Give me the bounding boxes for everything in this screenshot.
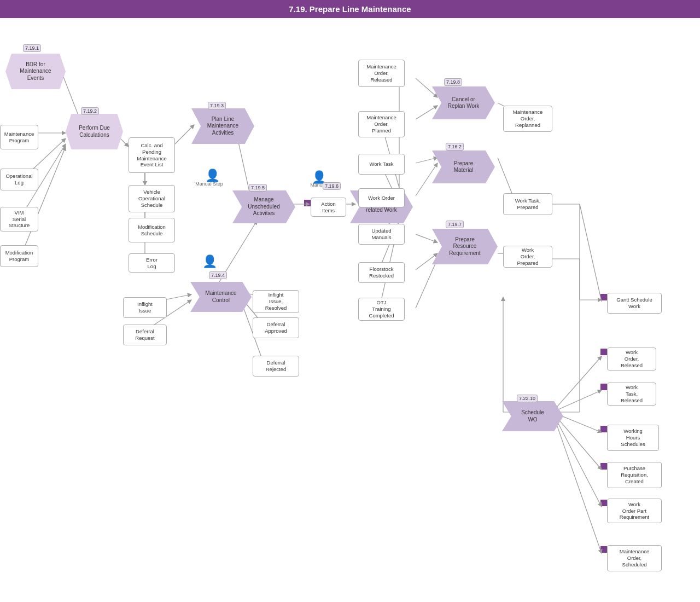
node-plan-line: Plan Line Maintenance Activities [191,108,254,144]
label-modification-program: Modification Program [5,250,33,263]
node-floorstock: Floorstock Restocked [358,262,405,283]
svg-line-46 [552,390,602,412]
svg-line-13 [213,221,257,292]
node-work-order-prepared: Work Order, Prepared [503,246,552,268]
node-modification-sched: Modification Schedule [129,218,175,242]
manual-step-1-label: Manual Step [189,181,230,187]
label-work-order: Work Order [368,195,395,201]
controller-icon: 👤 [202,254,217,269]
label-prepare-material: Prepare Material [454,160,474,174]
label-schedule-wo: Schedule WO [521,409,544,423]
sq-work-task-released [600,384,607,390]
node-maintenance-control: Maintenance Control [190,282,252,312]
node-maintenance-program: Maintenance Program [0,125,38,149]
label-work-order-released: Work Order, Released [621,349,643,369]
badge-7193: 7.19.3 [208,102,226,109]
label-work-task-prepared: Work Task, Prepared [515,198,541,211]
badge-7195: 7.19.5 [249,184,267,192]
svg-line-45 [552,356,602,412]
svg-line-49 [552,412,602,507]
label-maint-order-scheduled: Maintenance Order, Scheduled [620,548,649,568]
label-working-hours: Working Hours Schedules [621,428,645,448]
node-working-hours: Working Hours Schedules [607,425,659,451]
node-bdr: BDR for Maintenance Events [5,54,66,89]
node-calc-pending: Calc. and Pending Maintenance Event List [129,137,175,173]
label-action-items: Action Items [321,201,335,214]
label-maint-order-released: Maintenance Order, Released [366,63,396,83]
label-maint-order-planned: Maintenance Order, Planned [366,114,396,134]
node-perform-due: Perform Due Calculations [66,114,123,149]
node-operational-log: Operational Log [0,169,38,190]
svg-line-31 [416,163,438,196]
badge-7162: 7.16.2 [446,143,464,150]
svg-line-35 [416,259,438,308]
node-cancel-replan: Cancel or Replan Work [432,86,495,119]
page-title: 7.19. Prepare Line Maintenance [289,4,411,14]
svg-line-4 [22,147,66,253]
label-otj-training: OTJ Training Completed [369,299,394,319]
label-work-task-released: Work Task, Released [621,384,643,404]
sq-purchase-req [600,463,607,470]
label-maintenance-control: Maintenance Control [205,290,236,304]
label-floorstock: Floorstock Restocked [369,266,394,279]
sq-maint-order-scheduled [600,546,607,553]
node-modification-program: Modification Program [0,245,38,267]
node-purchase-req: Purchase Requisition, Created [607,462,662,488]
node-work-task: Work Task [358,154,405,175]
node-maint-order-released: Maintenance Order, Released [358,60,405,87]
badge-7197: 7.19.7 [446,221,464,228]
node-prepare-material: Prepare Material [432,150,495,183]
node-work-order-part: Work Order Part Requirement [607,499,662,523]
label-work-order-prepared: Work Order, Prepared [517,247,538,267]
label-error-log: Error Log [146,257,158,270]
node-bdr-label: BDR for Maintenance Events [20,61,51,82]
svg-line-33 [416,234,438,242]
sq-action-items [304,200,311,206]
label-work-order-part: Work Order Part Requirement [620,501,649,521]
node-work-order: Work Order [358,188,405,207]
sq-working-hours [600,426,607,432]
badge-7194: 7.19.4 [209,271,227,279]
label-modification-sched: Modification Schedule [138,224,166,237]
node-inflight-issue: Inflight Issue [123,297,167,318]
node-prepare-resource: Prepare Resource Requirement [432,229,498,264]
label-prepare-resource: Prepare Resource Requirement [449,236,480,257]
label-perform-due: Perform Due Calculations [79,125,110,138]
badge-7198: 7.19.8 [444,78,462,86]
node-action-items: Action Items [311,198,346,217]
sq-work-order-released [600,349,607,355]
connector-lines [0,18,700,602]
label-inflight-resolved: Inflight Issue, Resolved [265,292,287,311]
node-otj-training: OTJ Training Completed [358,298,405,321]
node-updated-manuals: Updated Manuals [358,224,405,245]
node-deferral-rejected: Deferral Rejected [253,356,299,377]
badge-7191: 7.19.1 [23,44,41,52]
svg-line-50 [552,412,602,553]
label-updated-manuals: Updated Manuals [372,228,392,241]
node-vehicle-ops: Vehicle Operational Schedule [129,185,175,212]
node-schedule-wo: Schedule WO [502,401,563,431]
sq-work-order-part [600,500,607,506]
node-error-log: Error Log [129,253,175,273]
sq-gantt-schedule [600,294,607,300]
label-maintenance-program: Maintenance Program [4,131,34,144]
label-vim-serial: VIM Serial Structure [9,210,30,229]
node-deferral-approved: Deferral Approved [253,317,299,338]
node-maint-order-planned: Maintenance Order, Planned [358,111,405,137]
node-maint-order-replanned: Maintenance Order, Replanned [503,106,552,132]
svg-line-30 [416,158,438,163]
node-inflight-resolved: Inflight Issue, Resolved [253,290,299,313]
node-work-task-prepared: Work Task, Prepared [503,193,552,215]
label-inflight-issue: Inflight Issue [137,301,153,314]
badge-7192: 7.19.2 [81,107,99,115]
svg-line-40 [580,204,602,302]
diagram-area: 7.19.1 BDR for Maintenance Events Mainte… [0,18,700,602]
label-calc-pending: Calc. and Pending Maintenance Event List [137,142,166,169]
label-deferral-approved: Deferral Approved [265,321,287,334]
label-manage-unscheduled: Manage Unscheduled Activities [248,196,279,217]
node-manage-unscheduled: Manage Unscheduled Activities [232,190,295,223]
label-deferral-rejected: Deferral Rejected [266,360,287,373]
node-vim-serial: VIM Serial Structure [0,207,38,231]
node-deferral-request: Deferral Request [123,325,167,345]
label-cancel-replan: Cancel or Replan Work [448,96,480,110]
